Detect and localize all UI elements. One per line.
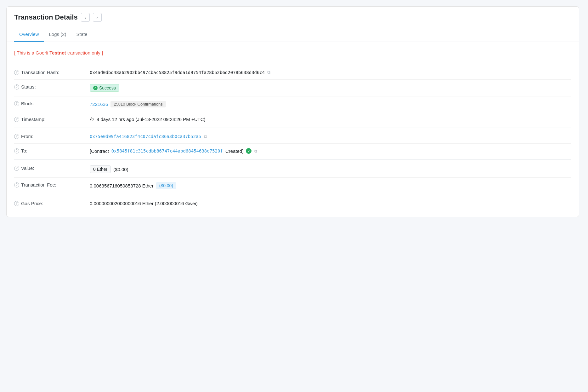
testnet-highlight: Testnet <box>49 50 66 55</box>
row-tx-hash: ? Transaction Hash: 0x4ad0dbd48a62902bb4… <box>14 65 571 79</box>
contract-verified-icon: ✓ <box>246 148 252 154</box>
prev-button[interactable]: ‹ <box>81 13 90 22</box>
help-icon-tx-fee[interactable]: ? <box>14 182 19 187</box>
chevron-right-icon: › <box>97 15 98 20</box>
help-icon-tx-hash[interactable]: ? <box>14 70 19 75</box>
help-icon-gas-price[interactable]: ? <box>14 201 19 206</box>
copy-tx-hash-icon[interactable]: ⧉ <box>267 70 270 75</box>
next-button[interactable]: › <box>93 13 102 22</box>
status-badge: ✓ Success <box>90 84 119 92</box>
row-value: ? Value: 0 Ether ($0.00) <box>14 161 571 177</box>
row-gas-price: ? Gas Price: 0.000000002000000016 Ether … <box>14 196 571 210</box>
label-timestamp: ? Timestamp: <box>14 117 83 122</box>
section-divider-2 <box>14 159 571 160</box>
from-address-link[interactable]: 0x75e0d99fa416823f4c07cdafc86a3b0ca37b52… <box>90 134 201 139</box>
help-icon-from[interactable]: ? <box>14 134 19 139</box>
page-header: Transaction Details ‹ › <box>7 7 579 27</box>
label-tx-hash: ? Transaction Hash: <box>14 70 83 75</box>
help-icon-block[interactable]: ? <box>14 101 19 106</box>
value-to: [Contract 0x5845f81c315cdbb86747c44abd68… <box>90 148 571 154</box>
transaction-details-card: Transaction Details ‹ › Overview Logs (2… <box>6 6 579 217</box>
value-usd: ($0.00) <box>113 167 128 172</box>
row-status: ? Status: ✓ Success <box>14 79 571 96</box>
help-icon-value[interactable]: ? <box>14 166 19 171</box>
label-tx-fee: ? Transaction Fee: <box>14 182 83 187</box>
value-block: 7221636 25810 Block Confirmations <box>90 101 571 107</box>
contract-address-link[interactable]: 0x5845f81c315cdbb86747c44abd68454638e752… <box>111 148 223 153</box>
tabs-bar: Overview Logs (2) State <box>7 27 579 42</box>
tab-state[interactable]: State <box>71 27 93 42</box>
contract-prefix: [Contract <box>90 148 109 154</box>
label-value: ? Value: <box>14 165 83 171</box>
value-status: ✓ Success <box>90 84 571 92</box>
value-from: 0x75e0d99fa416823f4c07cdafc86a3b0ca37b52… <box>90 134 571 139</box>
overview-content: [ This is a Goerli Testnet transaction o… <box>7 42 579 217</box>
label-to: ? To: <box>14 148 83 153</box>
page-title: Transaction Details <box>14 13 78 21</box>
tab-logs[interactable]: Logs (2) <box>44 27 71 42</box>
testnet-notice: [ This is a Goerli Testnet transaction o… <box>14 48 571 57</box>
help-icon-to[interactable]: ? <box>14 148 19 153</box>
label-block: ? Block: <box>14 101 83 106</box>
clock-icon: ⏱ <box>90 117 94 122</box>
help-icon-timestamp[interactable]: ? <box>14 117 19 122</box>
success-dot-icon: ✓ <box>93 86 98 90</box>
value-timestamp: ⏱ 4 days 12 hrs ago (Jul-13-2022 09:24:2… <box>90 117 571 122</box>
section-divider-3 <box>14 195 571 195</box>
chevron-left-icon: ‹ <box>85 15 86 20</box>
row-block: ? Block: 7221636 25810 Block Confirmatio… <box>14 96 571 112</box>
tab-overview[interactable]: Overview <box>14 27 44 42</box>
row-to: ? To: [Contract 0x5845f81c315cdbb86747c4… <box>14 143 571 158</box>
block-number-link[interactable]: 7221636 <box>90 101 108 107</box>
block-confirmations: 25810 Block Confirmations <box>110 101 166 107</box>
row-tx-fee: ? Transaction Fee: 0.006356716050853728 … <box>14 177 571 193</box>
help-icon-status[interactable]: ? <box>14 84 19 89</box>
copy-from-address-icon[interactable]: ⧉ <box>204 134 207 139</box>
gas-price-value: 0.000000002000000016 Ether (2.000000016 … <box>90 201 198 206</box>
ether-amount-badge: 0 Ether <box>90 165 111 173</box>
tx-fee-usd-badge: ($0.00) <box>156 182 176 189</box>
section-divider-1 <box>14 128 571 128</box>
value-gas-price: 0.000000002000000016 Ether (2.000000016 … <box>90 201 571 206</box>
value-tx-hash: 0x4ad0dbd48a62902bb497cbac58825f9dda1d97… <box>90 70 571 75</box>
timestamp-value: 4 days 12 hrs ago (Jul-13-2022 09:24:26 … <box>97 117 206 122</box>
tx-hash-value: 0x4ad0dbd48a62902bb497cbac58825f9dda1d97… <box>90 70 265 75</box>
label-status: ? Status: <box>14 84 83 89</box>
label-from: ? From: <box>14 134 83 139</box>
row-from: ? From: 0x75e0d99fa416823f4c07cdafc86a3b… <box>14 129 571 143</box>
section-divider-top <box>14 64 571 64</box>
copy-to-address-icon[interactable]: ⧉ <box>254 148 257 154</box>
row-timestamp: ? Timestamp: ⏱ 4 days 12 hrs ago (Jul-13… <box>14 112 571 126</box>
value-amount: 0 Ether ($0.00) <box>90 165 571 173</box>
tx-fee-amount: 0.006356716050853728 Ether <box>90 183 154 188</box>
contract-suffix: Created] <box>225 148 244 154</box>
value-tx-fee: 0.006356716050853728 Ether ($0.00) <box>90 182 571 189</box>
label-gas-price: ? Gas Price: <box>14 201 83 206</box>
